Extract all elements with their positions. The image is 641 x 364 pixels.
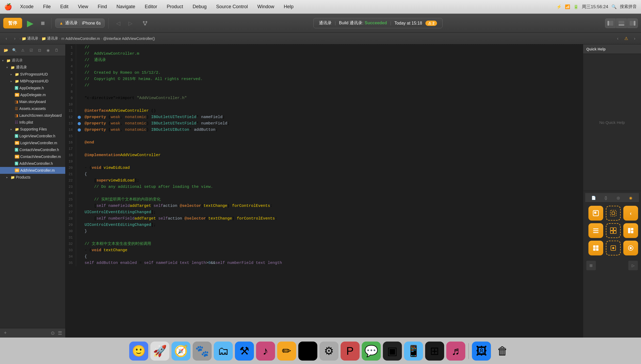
sidebar-breakpoints-tab[interactable]: ◉ (44, 46, 52, 54)
debug-toggle[interactable] (616, 18, 627, 28)
dock-item-mask[interactable]: 🐾 (193, 342, 212, 361)
breakpoint-13[interactable] (78, 122, 81, 125)
dock-item-windows[interactable]: ⊞ (425, 342, 444, 361)
line-content-28[interactable]: [self.numberField addTarget:self action:… (82, 216, 583, 222)
line-content-20[interactable]: - (void)viewDidLoad (82, 165, 583, 171)
breadcrumb-file[interactable]: m AddViewController.m (61, 36, 100, 41)
nav-forward[interactable]: › (11, 35, 18, 42)
line-content-24[interactable] (82, 190, 583, 197)
tree-item-6[interactable]: ◨Main.storyboard (0, 98, 65, 105)
line-content-12[interactable]: @property (weak, nonatomic) IBOutlet UIT… (82, 114, 583, 120)
code-editor[interactable]: 1//2// AddViewController.m3// 通讯录4//5// … (66, 44, 583, 338)
line-content-34[interactable]: { (82, 254, 583, 260)
breadcrumb-symbol[interactable]: @interface AddViewController() (103, 36, 155, 41)
run-button[interactable]: ▶ (24, 17, 36, 29)
line-content-7[interactable]: // (82, 82, 583, 89)
inspector-toggle[interactable] (627, 18, 638, 28)
line-content-22[interactable]: [super viewDidLoad]; (82, 178, 583, 184)
line-content-29[interactable]: UIControlEventEditingChanged]; (82, 222, 583, 228)
dock-item-xcode[interactable]: ⚒ (235, 342, 254, 361)
pause-button[interactable]: 暂停 (3, 18, 22, 29)
dock-item-wechat[interactable]: 💬 (362, 342, 381, 361)
breadcrumb-warn[interactable]: ⚠ (623, 35, 630, 42)
menu-edit[interactable]: Edit (59, 3, 70, 10)
dock-item-safari[interactable]: 🧭 (171, 342, 191, 361)
tree-item-14[interactable]: mContactViewController.m (0, 153, 65, 160)
dock-item-terminal[interactable]: ⌨ (298, 342, 317, 361)
line-content-5[interactable]: // Created by Romeo on 15/12/2. (82, 70, 583, 76)
dock-item-powerpoint[interactable]: P (341, 342, 360, 361)
line-content-32[interactable]: // 文本框中文本发生改变的时候调用 (82, 241, 583, 247)
menu-xcode[interactable]: Xcode (18, 3, 35, 10)
tree-item-12[interactable]: mLoginViewController.m (0, 139, 65, 146)
line-content-14[interactable]: @property (weak, nonatomic) IBOutlet UIB… (82, 127, 583, 133)
inspector-icon-0[interactable] (588, 206, 603, 221)
tree-item-5[interactable]: mAppDelegate.m (0, 91, 65, 98)
breadcrumb-prev[interactable]: ‹ (614, 35, 621, 42)
dock-item-finder[interactable]: 🙂 (129, 342, 148, 361)
dock-item-trash[interactable]: 🗑 (493, 342, 512, 361)
breakpoint-12[interactable] (78, 116, 81, 119)
menu-product[interactable]: Product (165, 3, 185, 10)
breadcrumb-project[interactable]: 📁 通讯录 (22, 36, 38, 41)
menu-window[interactable]: Window (256, 3, 276, 10)
line-content-21[interactable]: { (82, 171, 583, 178)
line-content-10[interactable] (82, 101, 583, 108)
menu-file[interactable]: File (41, 3, 52, 10)
tree-item-7[interactable]: ☰Assets.xcassets (0, 105, 65, 112)
dock-item-music2[interactable]: ♬ (446, 342, 465, 361)
menu-view[interactable]: View (76, 3, 90, 10)
line-content-13[interactable]: @property (weak, nonatomic) IBOutlet UIT… (82, 120, 583, 127)
tree-item-8[interactable]: ◨LaunchScreen.storyboard (0, 112, 65, 119)
menu-help[interactable]: Help (282, 3, 295, 10)
apple-menu[interactable]: 🍎 (4, 3, 12, 11)
breakpoint-14[interactable] (78, 128, 81, 132)
tree-item-17[interactable]: ▸📁Products (0, 174, 65, 181)
line-content-19[interactable] (82, 158, 583, 165)
tree-item-4[interactable]: hAppDelegate.h (0, 85, 65, 91)
line-content-31[interactable] (82, 235, 583, 241)
line-content-2[interactable]: // AddViewController.m (82, 51, 583, 57)
line-content-9[interactable]: "c-directive">#import "AddViewController… (82, 95, 583, 101)
file-inspector-tab[interactable]: 📄 (590, 194, 597, 202)
navigator-toggle[interactable] (605, 18, 616, 28)
menu-source-control[interactable]: Source Control (215, 3, 249, 10)
line-content-3[interactable]: // 通讯录 (82, 57, 583, 63)
sidebar-files-tab[interactable]: 📂 (2, 46, 10, 54)
sidebar-reports-tab[interactable]: 🗒 (53, 46, 60, 54)
line-content-30[interactable]: } (82, 228, 583, 235)
tree-item-9[interactable]: ☷Info.plist (0, 119, 65, 126)
attributes-tab[interactable]: ◉ (627, 194, 634, 202)
dock-item-launchpad[interactable]: 🚀 (150, 342, 169, 361)
tree-item-11[interactable]: hLoginViewController.h (0, 133, 65, 139)
sidebar-tests-tab[interactable]: ☑ (27, 46, 35, 54)
line-content-35[interactable]: self.addButton.enabled = self.nameField.… (82, 260, 583, 266)
line-content-15[interactable] (82, 133, 583, 139)
inspector-icon-8[interactable] (623, 241, 638, 255)
breadcrumb-next[interactable]: › (631, 35, 638, 42)
menu-navigate[interactable]: Navigate (115, 3, 137, 10)
line-content-18[interactable]: @implementation AddViewController (82, 152, 583, 158)
input-method[interactable]: 搜索拼音 (620, 4, 637, 10)
dock-item-folder[interactable]: 🗂 (214, 342, 233, 361)
tree-item-2[interactable]: ▸📁SVProgressHUD (0, 71, 65, 78)
inspector-icon-7[interactable] (606, 241, 621, 255)
line-content-8[interactable] (82, 89, 583, 95)
sidebar-search-tab[interactable]: 🔍 (11, 46, 18, 54)
menu-debug[interactable]: Debug (191, 3, 208, 10)
line-content-23[interactable]: // Do any additional setup after loading… (82, 184, 583, 190)
tree-item-1[interactable]: ▾📁通讯录 (0, 64, 65, 71)
line-content-4[interactable]: // (82, 63, 583, 70)
filter-button[interactable]: ⊙ (49, 330, 56, 336)
dock-item-image2[interactable]: 🖼 (472, 342, 491, 361)
inspector-icon-1[interactable] (606, 206, 621, 221)
stop-button[interactable]: ■ (38, 18, 48, 28)
line-content-26[interactable]: [self.nameField addTarget:self action:@s… (82, 203, 583, 209)
sidebar-issues-tab[interactable]: ⚠ (19, 46, 26, 54)
hierarchy-btn[interactable] (139, 17, 151, 29)
grid-view-btn[interactable]: ⊞ (586, 261, 596, 270)
tree-item-10[interactable]: ▸📁Supporting Files (0, 126, 65, 133)
line-content-25[interactable]: // 实时监听两个文本框的内容的变化 (82, 197, 583, 203)
inspector-icon-5[interactable] (623, 223, 638, 238)
line-content-16[interactable]: @end (82, 139, 583, 146)
